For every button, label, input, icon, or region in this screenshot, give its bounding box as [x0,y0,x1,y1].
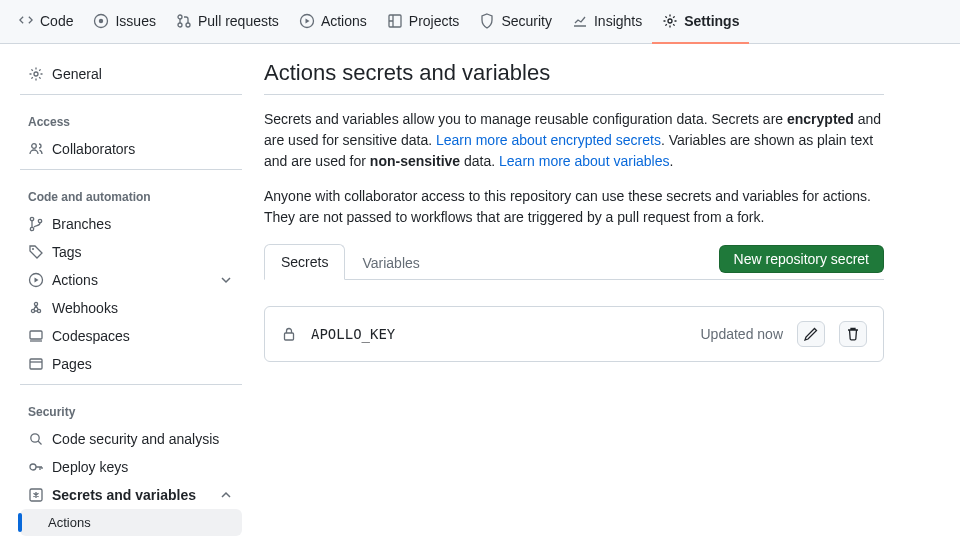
secret-updated: Updated now [700,326,783,342]
graph-icon [572,13,588,29]
project-icon [387,13,403,29]
settings-sidebar: General Access Collaborators Code and au… [0,60,254,540]
svg-point-10 [30,217,33,220]
sidebar-item-label: Collaborators [52,141,135,157]
gear-icon [662,13,678,29]
main-content: Actions secrets and variables Secrets an… [254,60,914,540]
sidebar-item-label: Tags [52,244,82,260]
description-p2: Anyone with collaborator access to this … [264,186,884,228]
sidebar-webhooks[interactable]: Webhooks [20,294,242,322]
trash-icon [845,326,861,342]
topnav-issues[interactable]: Issues [83,0,165,44]
svg-point-21 [30,464,36,470]
secret-name: APOLLO_KEY [311,326,395,342]
asterisk-icon [28,487,44,503]
topnav-label: Projects [409,13,460,29]
link-encrypted-secrets[interactable]: Learn more about encrypted secrets [436,132,661,148]
topnav-label: Security [501,13,552,29]
topnav-label: Insights [594,13,642,29]
new-repository-secret-button[interactable]: New repository secret [719,245,884,273]
sidebar-sv-codespaces[interactable]: Codespaces [20,536,242,540]
sidebar-item-label: General [52,66,102,82]
issue-icon [93,13,109,29]
webhook-icon [28,300,44,316]
page-title: Actions secrets and variables [264,60,884,95]
sidebar-item-label: Codespaces [52,328,130,344]
sidebar-actions[interactable]: Actions [20,266,242,294]
link-variables[interactable]: Learn more about variables [499,153,669,169]
sidebar-item-label: Branches [52,216,111,232]
topnav-label: Code [40,13,73,29]
svg-point-1 [99,18,103,22]
sidebar-codesec[interactable]: Code security and analysis [20,425,242,453]
svg-rect-23 [285,333,294,340]
repo-topnav: Code Issues Pull requests Actions Projec… [0,0,960,44]
svg-rect-18 [30,331,42,339]
sidebar-general[interactable]: General [20,60,242,88]
description-p1: Secrets and variables allow you to manag… [264,109,884,172]
edit-secret-button[interactable] [797,321,825,347]
sidebar-codespaces[interactable]: Codespaces [20,322,242,350]
topnav-code[interactable]: Code [8,0,83,44]
sidebar-item-label: Deploy keys [52,459,128,475]
topnav-projects[interactable]: Projects [377,0,470,44]
topnav-security[interactable]: Security [469,0,562,44]
shield-icon [479,13,495,29]
play-icon [299,13,315,29]
tab-variables[interactable]: Variables [345,245,436,280]
svg-point-20 [31,434,39,442]
chevron-down-icon [218,272,234,288]
svg-rect-19 [30,359,42,369]
sidebar-item-label: Secrets and variables [52,487,196,503]
topnav-insights[interactable]: Insights [562,0,652,44]
sidebar-tags[interactable]: Tags [20,238,242,266]
topnav-label: Actions [321,13,367,29]
chevron-up-icon [218,487,234,503]
svg-point-17 [34,302,37,305]
svg-point-11 [30,227,33,230]
sidebar-branches[interactable]: Branches [20,210,242,238]
codespaces-icon [28,328,44,344]
play-icon [28,272,44,288]
topnav-pulls[interactable]: Pull requests [166,0,289,44]
svg-point-9 [32,144,37,149]
key-icon [28,459,44,475]
scan-icon [28,431,44,447]
pencil-icon [803,326,819,342]
topnav-settings[interactable]: Settings [652,0,749,44]
tab-secrets[interactable]: Secrets [264,244,345,280]
topnav-actions[interactable]: Actions [289,0,377,44]
sidebar-item-label: Webhooks [52,300,118,316]
people-icon [28,141,44,157]
gear-icon [28,66,44,82]
sidebar-deploy-keys[interactable]: Deploy keys [20,453,242,481]
browser-icon [28,356,44,372]
lock-icon [281,326,297,342]
sidebar-item-label: Pages [52,356,92,372]
sidebar-item-label: Code security and analysis [52,431,219,447]
tabs-row: Secrets Variables New repository secret [264,244,884,280]
code-icon [18,13,34,29]
branch-icon [28,216,44,232]
sidebar-sv-actions[interactable]: Actions [20,509,242,536]
svg-point-4 [186,23,190,27]
topnav-label: Pull requests [198,13,279,29]
sidebar-item-label: Actions [52,272,98,288]
secret-row: APOLLO_KEY Updated now [264,306,884,362]
sidebar-heading-access: Access [20,101,242,135]
sidebar-collaborators[interactable]: Collaborators [20,135,242,163]
svg-point-2 [178,15,182,19]
tag-icon [28,244,44,260]
svg-point-12 [38,219,41,222]
sidebar-secrets-variables[interactable]: Secrets and variables [20,481,242,509]
sidebar-pages[interactable]: Pages [20,350,242,378]
pr-icon [176,13,192,29]
topnav-label: Issues [115,13,155,29]
sidebar-heading-security: Security [20,391,242,425]
svg-point-3 [178,23,182,27]
svg-point-7 [668,19,672,23]
svg-point-13 [32,248,34,250]
topnav-label: Settings [684,13,739,29]
svg-point-8 [34,72,38,76]
delete-secret-button[interactable] [839,321,867,347]
